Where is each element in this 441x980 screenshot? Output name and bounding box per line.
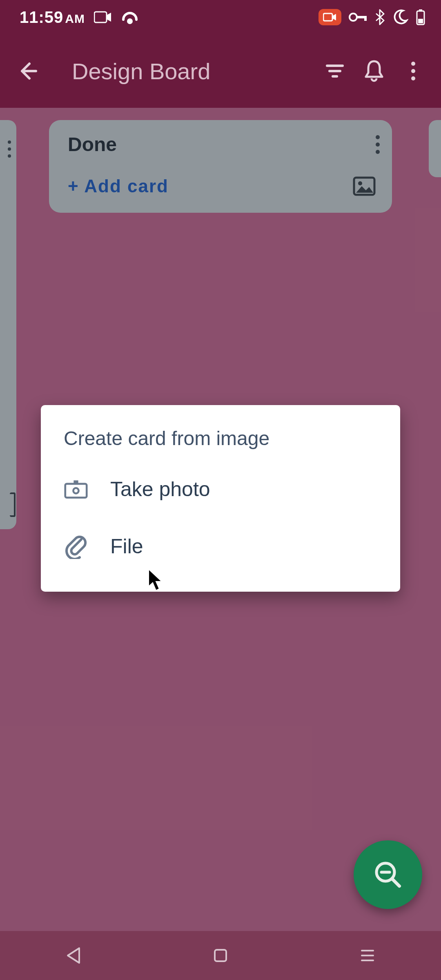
file-label: File: [110, 535, 143, 558]
status-right-group: [318, 9, 425, 25]
vpn-key-icon: [349, 12, 368, 22]
svg-rect-0: [94, 12, 107, 22]
svg-rect-2: [323, 13, 332, 21]
overflow-menu-button[interactable]: [394, 51, 433, 91]
nav-home-button[interactable]: [192, 939, 249, 972]
bluetooth-icon: [375, 9, 385, 25]
svg-point-13: [411, 69, 415, 73]
system-nav-bar: [0, 931, 441, 980]
create-card-from-image-dialog: Create card from image Take photo File: [41, 405, 400, 592]
do-not-disturb-moon-icon: [392, 9, 408, 25]
take-photo-option[interactable]: Take photo: [41, 461, 400, 517]
board-title[interactable]: Design Board: [72, 58, 315, 85]
attachment-icon: [64, 534, 88, 559]
status-bar: 11:59AM: [0, 0, 441, 34]
screen-record-indicator-icon: [94, 11, 112, 24]
camera-icon: [64, 479, 88, 500]
bell-icon: [363, 59, 385, 83]
take-photo-label: Take photo: [110, 477, 210, 501]
battery-icon: [416, 9, 425, 25]
svg-point-25: [73, 488, 78, 493]
screen-root: 11:59AM: [0, 0, 441, 980]
app-bar: Design Board: [0, 34, 441, 108]
square-home-icon: [212, 947, 229, 964]
svg-rect-7: [419, 9, 422, 11]
triangle-back-icon: [65, 947, 82, 964]
more-vertical-icon: [410, 59, 416, 83]
notifications-button[interactable]: [354, 51, 394, 91]
file-option[interactable]: File: [41, 517, 400, 575]
status-time: 11:59AM: [20, 8, 85, 27]
dialog-title: Create card from image: [41, 427, 400, 461]
arrow-left-icon: [16, 59, 40, 83]
status-left-group: 11:59AM: [20, 8, 139, 27]
nav-back-button[interactable]: [45, 939, 102, 972]
svg-rect-29: [215, 950, 226, 961]
back-button[interactable]: [8, 51, 47, 91]
status-time-hhmm: 11:59: [20, 8, 63, 26]
hotspot-icon: [121, 9, 139, 25]
svg-point-12: [411, 62, 415, 66]
svg-rect-24: [74, 480, 78, 483]
svg-rect-8: [418, 19, 423, 23]
filter-icon: [324, 60, 346, 82]
svg-point-1: [127, 18, 133, 24]
nav-recents-button[interactable]: [339, 939, 396, 972]
filter-button[interactable]: [315, 51, 354, 91]
svg-rect-5: [364, 16, 367, 21]
cursor-icon: [148, 568, 164, 592]
zoom-out-icon: [371, 858, 405, 892]
hamburger-recents-icon: [359, 948, 376, 963]
svg-point-3: [350, 13, 357, 21]
recording-pill-icon: [318, 9, 341, 25]
status-time-ampm: AM: [65, 12, 85, 25]
svg-point-14: [411, 76, 415, 80]
svg-line-27: [392, 879, 399, 886]
zoom-fab[interactable]: [354, 840, 422, 909]
svg-rect-23: [65, 484, 87, 498]
